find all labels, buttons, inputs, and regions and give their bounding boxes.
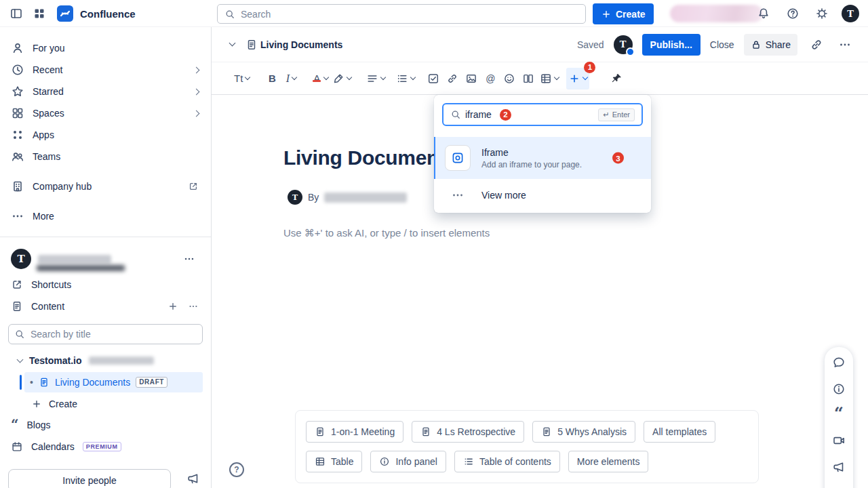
chevron-down-icon [229, 40, 235, 47]
teams-icon [11, 150, 24, 163]
emoji-button[interactable] [500, 68, 519, 89]
insert-image-button[interactable] [462, 68, 481, 89]
announcement-megaphone-icon[interactable] [186, 472, 200, 485]
add-content-icon[interactable] [167, 301, 178, 312]
collapse-page-tree-button[interactable] [222, 35, 241, 54]
all-templates-button[interactable]: All templates [644, 421, 715, 443]
page-title-breadcrumb: Living Documents [260, 39, 342, 50]
sidebar-item-starred[interactable]: Starred [0, 81, 211, 102]
search-icon [14, 329, 25, 340]
app-switcher-button[interactable] [30, 4, 49, 23]
alignment-button[interactable] [364, 68, 387, 89]
sidebar-item-company-hub[interactable]: Company hub [0, 176, 211, 197]
chevron-down-icon [554, 74, 559, 79]
pin-toolbar-button[interactable] [607, 68, 626, 89]
announcements-button[interactable] [832, 460, 846, 474]
template-4ls-retrospective-button[interactable]: 4 Ls Retrospective [412, 421, 524, 443]
sidebar-item-spaces[interactable]: Spaces [0, 102, 211, 124]
editor-help-button[interactable]: ? [229, 462, 244, 477]
content-more-icon[interactable] [188, 301, 199, 312]
highlight-button[interactable] [330, 68, 353, 89]
more-elements-button[interactable]: More elements [568, 451, 649, 472]
settings-button[interactable] [812, 4, 831, 23]
sidebar-item-shortcuts[interactable]: Shortcuts [0, 274, 211, 296]
sidebar-item-recent[interactable]: Recent [0, 59, 211, 81]
global-search-input[interactable] [241, 9, 578, 20]
content-search[interactable] [8, 324, 203, 344]
external-link-icon [188, 181, 199, 192]
insert-search-field[interactable]: iframe 2 ↵ Enter [442, 103, 643, 126]
view-more-item[interactable]: View more [434, 179, 651, 211]
content-search-input[interactable] [31, 329, 197, 340]
insert-table-button[interactable]: Table [306, 451, 362, 472]
video-button[interactable] [832, 434, 846, 447]
search-icon [450, 109, 461, 120]
more-actions-button[interactable] [835, 35, 854, 54]
close-button[interactable]: Close [710, 39, 734, 50]
editor-placeholder[interactable]: Use ⌘+' to ask AI, or type / to insert e… [283, 227, 490, 239]
editor-avatar[interactable]: T [614, 35, 633, 54]
global-search[interactable] [217, 4, 586, 24]
user-avatar[interactable]: T [842, 5, 859, 22]
mention-button[interactable]: @ [481, 68, 500, 89]
quote-icon: “ [11, 421, 19, 429]
list-button[interactable] [394, 68, 417, 89]
share-button[interactable]: Share [744, 34, 797, 56]
text-color-button[interactable]: A [310, 68, 330, 89]
space-more-button[interactable] [180, 249, 199, 268]
sidebar-toggle-button[interactable] [7, 4, 26, 23]
space-header[interactable]: T [11, 247, 200, 271]
video-icon [832, 434, 846, 447]
selection-bar [434, 137, 435, 179]
sidebar-item-for-you[interactable]: For you [0, 37, 211, 59]
publish-button[interactable]: Publish... [642, 34, 701, 56]
list-icon [463, 456, 474, 467]
annotation-step-3: 3 [612, 152, 624, 164]
document-title[interactable]: Living Documents [283, 146, 456, 169]
sidebar-item-content[interactable]: Content [0, 296, 211, 317]
tree-create-button[interactable]: Create [0, 394, 211, 414]
highlighter-icon [332, 73, 344, 85]
insert-element-button[interactable]: 1 [566, 68, 589, 89]
redacted-space-name [38, 255, 111, 264]
sidebar-item-teams[interactable]: Teams [0, 146, 211, 167]
chevron-down-icon [410, 74, 416, 79]
checkbox-icon [427, 73, 439, 85]
right-rail: “ [825, 347, 853, 488]
template-1on1-meeting-button[interactable]: 1-on-1 Meeting [306, 421, 403, 443]
template-suggestions-panel: 1-on-1 Meeting 4 Ls Retrospective 5 Whys… [295, 410, 759, 483]
enter-key-hint: ↵ Enter [598, 108, 635, 121]
text-style-button[interactable]: Tt [232, 68, 252, 89]
ellipsis-icon [445, 188, 471, 202]
insert-toc-button[interactable]: Table of contents [454, 451, 560, 472]
italic-button[interactable]: I [281, 68, 300, 89]
clock-icon [11, 63, 24, 77]
insert-info-panel-button[interactable]: Info panel [370, 451, 446, 472]
bold-button[interactable]: B [262, 68, 281, 89]
quotes-button[interactable]: “ [834, 409, 844, 421]
create-button[interactable]: Create [593, 3, 654, 24]
space-avatar: T [11, 249, 31, 269]
details-button[interactable] [832, 382, 846, 396]
invite-people-button[interactable]: Invite people [8, 469, 171, 488]
redacted-space-subtitle [37, 265, 125, 271]
chevron-down-icon [323, 74, 329, 79]
insert-result-iframe[interactable]: Iframe Add an iframe to your page. 3 [434, 137, 651, 179]
template-5-whys-button[interactable]: 5 Whys Analysis [532, 421, 635, 443]
sidebar-item-blogs[interactable]: “ Blogs [0, 414, 211, 436]
sidebar-item-calendars[interactable]: Calendars PREMIUM [0, 436, 211, 458]
copy-link-button[interactable] [807, 35, 826, 54]
tree-item-space-root[interactable]: Testomat.io [0, 350, 211, 371]
sidebar-item-more[interactable]: More [0, 205, 211, 227]
task-list-button[interactable] [424, 68, 443, 89]
help-button[interactable] [783, 4, 802, 23]
table-button[interactable] [538, 68, 561, 89]
link-icon [810, 38, 823, 52]
insert-link-button[interactable] [443, 68, 462, 89]
help-icon [786, 7, 800, 20]
sidebar-item-apps[interactable]: Apps [0, 124, 211, 146]
tree-item-living-documents[interactable]: • Living Documents DRAFT [24, 372, 203, 392]
comments-button[interactable] [832, 356, 846, 369]
layouts-button[interactable] [519, 68, 538, 89]
notifications-button[interactable] [754, 4, 773, 23]
